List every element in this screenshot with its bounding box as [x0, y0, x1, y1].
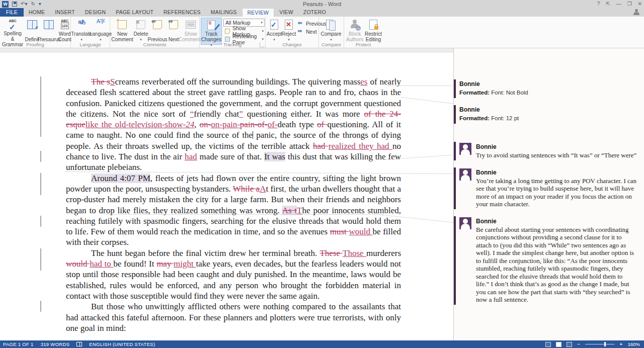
text-run-ins: had [185, 152, 197, 161]
zoom-slider[interactable] [585, 344, 614, 344]
word-count-button[interactable]: ABC 123 Word Count [57, 18, 72, 43]
text-run-anchor: It was [264, 152, 285, 161]
author-avatar-icon [459, 217, 471, 229]
next-comment-icon: ⇨ [168, 19, 180, 31]
spelling-grammar-button[interactable]: ABC✓ Spelling & Grammar [1, 18, 24, 43]
markup-pane[interactable]: BonnieFormatted: Font: Not BoldBonnieFor… [453, 48, 644, 340]
text-run-del: While a [233, 184, 260, 194]
track-changes-button[interactable]: ☰ Track Changes ▾ [201, 18, 222, 45]
compare-button[interactable]: Compare ▾ [320, 18, 342, 43]
text-run-del: had [313, 141, 329, 151]
thesaurus-icon [43, 19, 55, 31]
comment-text: You’re taking a long time getting to any… [476, 177, 637, 208]
delete-comment-button[interactable]: ✕ Delete ▾ [133, 18, 148, 43]
word-window: ↶▾ ↻ ▾ Peanuts - Word ? ⇱ — ❐ ✕ FILEHOME… [0, 0, 644, 348]
group-changes: ✓ Accept ▾ ✕ Reject ▾ ⇦ Previous ⇨ N [266, 17, 319, 48]
compare-icon [325, 19, 337, 31]
thesaurus-button[interactable]: Thesaurus [40, 18, 57, 43]
title-bar: ↶▾ ↻ ▾ Peanuts - Word ? ⇱ — ❐ ✕ [0, 0, 644, 8]
language-indicator[interactable]: ENGLISH (UNITED STATES) [89, 341, 155, 347]
group-tracking: ☰ Track Changes ▾ All Markup▾ Show Marku… [200, 17, 266, 48]
text-run-ins: A [260, 184, 266, 194]
signin-avatar-icon[interactable] [633, 9, 640, 15]
tab-view[interactable]: VIEW [274, 8, 298, 17]
text-run-ins: Those [343, 248, 366, 258]
text-run-n: murderers [366, 248, 401, 258]
zoom-percent[interactable]: 160% [628, 341, 640, 347]
format-change-card[interactable]: BonnieFormatted: Font: Not Bold [454, 79, 637, 98]
changed-lines-bar [40, 216, 41, 227]
paragraph[interactable]: Around 4:07 PM, fleets of jets had flown… [66, 173, 401, 248]
comment-author: Bonnie [459, 80, 637, 89]
language-icon [95, 19, 107, 31]
paragraph[interactable]: The hunt began before the final victim d… [66, 248, 401, 301]
minimize-icon[interactable]: — [616, 0, 621, 8]
group-label-protect: Protect [344, 42, 382, 48]
define-icon: ⌕ [26, 19, 38, 31]
tab-zotero[interactable]: ZOTERO [298, 8, 331, 17]
document-text[interactable]: The sScreams reverberated off the surrou… [66, 76, 401, 333]
block-authors-button[interactable]: Block Authors [345, 18, 364, 43]
comment-card[interactable]: BonnieBe careful about starting your sen… [454, 216, 637, 305]
restore-icon[interactable]: ❐ [627, 0, 632, 8]
accept-button[interactable]: ✓ Accept ▾ [267, 18, 282, 43]
zoom-out-icon[interactable]: − [577, 341, 580, 347]
text-run-del: pain-of- [240, 120, 268, 129]
comment-card[interactable]: BonnieYou’re taking a long time getting … [454, 167, 637, 209]
status-bar: PAGE 1 OF 1 319 WORDS ENGLISH (UNITED ST… [0, 340, 644, 348]
text-run-ins: ” [239, 109, 243, 119]
tab-file[interactable]: FILE [0, 8, 24, 17]
changed-lines-bar [40, 76, 41, 137]
word-count-indicator[interactable]: 319 WORDS [41, 341, 70, 347]
tab-design[interactable]: DESIGN [80, 8, 111, 17]
help-icon[interactable]: ? [597, 0, 600, 8]
paragraph[interactable]: The sScreams reverberated off the surrou… [66, 76, 401, 173]
print-layout-icon[interactable] [556, 342, 561, 347]
ribbon-display-icon[interactable]: ⇱ [606, 0, 610, 8]
text-run-del: The s [91, 77, 110, 86]
document-canvas[interactable]: The sScreams reverberated off the surrou… [0, 48, 453, 340]
reject-button[interactable]: ✕ Reject ▾ [282, 18, 296, 43]
web-layout-icon[interactable] [567, 342, 572, 347]
new-comment-icon: ✦ [116, 19, 128, 31]
zoom-in-icon[interactable]: + [619, 341, 622, 347]
window-title: Peanuts - Word [0, 0, 644, 8]
previous-comment-button[interactable]: ⇦ Previous [148, 18, 167, 43]
group-comments: ✦ New Comment ✕ Delete ▾ ⇦ Previous [110, 17, 200, 48]
paragraph[interactable]: But those who unwittingly afflicted othe… [66, 301, 401, 333]
close-icon[interactable]: ✕ [638, 0, 642, 8]
text-run-anchor: Around 4:07 PM [91, 173, 150, 183]
restrict-editing-button[interactable]: Restrict Editing [364, 18, 382, 43]
tab-insert[interactable]: INSERT [50, 8, 80, 17]
translate-icon [75, 19, 88, 31]
show-comments-button[interactable]: Show Comments [181, 18, 201, 43]
language-button[interactable]: Language ▾ [91, 18, 110, 43]
tab-review[interactable]: REVIEW [242, 8, 275, 17]
tab-page-layout[interactable]: PAGE LAYOUT [111, 8, 158, 17]
text-run-n: The hunt began before the final victim d… [91, 248, 319, 258]
reject-icon: ✕ [283, 19, 295, 31]
group-compare: Compare ▾ Compare [319, 17, 344, 48]
comment-author: Bonnie [476, 217, 637, 225]
comment-connector-line [106, 214, 383, 215]
text-run-n: made sure of that. [197, 152, 265, 161]
tab-mailings[interactable]: MAILINGS [206, 8, 242, 17]
comment-text: Be careful about starting your sentences… [476, 226, 637, 304]
text-run-del: of [317, 120, 327, 129]
translate-button[interactable]: Translate ▾ [72, 18, 91, 43]
tab-home[interactable]: HOME [24, 8, 50, 17]
read-mode-icon[interactable] [545, 342, 551, 347]
new-comment-button[interactable]: ✦ New Comment [111, 18, 133, 43]
format-change-text: Formatted: Font: 12 pt [459, 114, 637, 122]
zoom-slider-thumb[interactable] [604, 342, 606, 346]
tab-references[interactable]: REFERENCES [158, 8, 206, 17]
group-label-comments: Comments [110, 42, 199, 48]
proofing-status-icon[interactable] [76, 342, 82, 346]
page-indicator[interactable]: PAGE 1 OF 1 [3, 341, 34, 347]
text-run-n: death type [277, 120, 317, 129]
group-label-proofing: Proofing [0, 42, 70, 48]
comment-card[interactable]: BonnieTry to avoid starting sentences wi… [454, 142, 637, 160]
format-change-card[interactable]: BonnieFormatted: Font: 12 pt [454, 105, 637, 124]
ribbon-tabs: FILEHOMEINSERTDESIGNPAGE LAYOUTREFERENCE… [0, 8, 644, 17]
text-run-insi: 24 [186, 120, 194, 129]
